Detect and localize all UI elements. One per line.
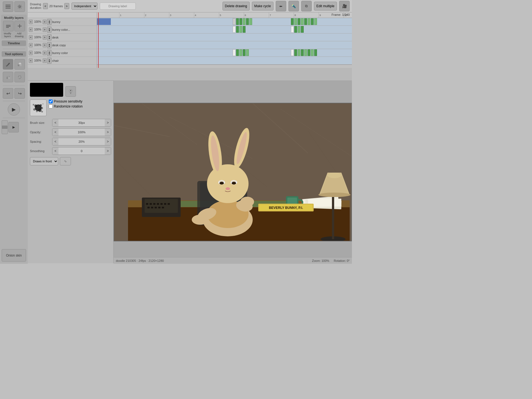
smoothing-inc[interactable]: > <box>105 147 111 155</box>
frame-row-desk-copy[interactable] <box>97 41 352 49</box>
chair-opacity-dec[interactable]: < <box>29 58 33 63</box>
randomize-rotation-checkbox[interactable] <box>49 104 53 108</box>
drawing-duration-group: Drawingduration: < 20 frames > <box>30 2 69 10</box>
chair-updown[interactable]: ▲▼ <box>47 58 52 64</box>
settings-button[interactable] <box>14 1 25 12</box>
svg-point-81 <box>318 193 351 197</box>
bc-green8 <box>304 49 307 56</box>
spacing-dec[interactable]: < <box>52 138 58 145</box>
timeline-area: < 100% > ▲▼ bunny < 100% > ▲▼ bunny colo… <box>28 12 352 68</box>
drawing-label-input[interactable] <box>100 2 136 10</box>
bc-frame2 <box>291 49 294 56</box>
bunny-updown[interactable]: ▲▼ <box>47 19 52 25</box>
bunny-color-opacity-dec[interactable]: < <box>29 51 33 55</box>
bunny-color2-opacity-inc[interactable]: > <box>43 27 47 32</box>
ruler-mark-7: 7 <box>269 12 271 18</box>
desk-updown[interactable]: ▲▼ <box>47 34 52 40</box>
menu-button[interactable] <box>3 1 13 12</box>
frame-row-bunny-color[interactable] <box>97 49 352 57</box>
ruler-mark-3: 3 <box>169 12 171 18</box>
smoothing-stepper: < 0 > <box>52 147 111 155</box>
opacity-inc[interactable]: > <box>105 129 111 136</box>
bcolor2-green4 <box>294 26 297 33</box>
svg-rect-11 <box>19 64 22 66</box>
bunny-green10 <box>304 18 307 25</box>
desk-opacity-inc[interactable]: > <box>43 35 47 40</box>
eraser-tool-btn[interactable] <box>14 59 25 70</box>
delete-drawing-btn[interactable]: Delete drawing <box>222 2 250 11</box>
desk-copy-updown[interactable]: ▲▼ <box>47 42 52 48</box>
duration-increase-btn[interactable]: > <box>64 3 69 9</box>
smoothing-dec[interactable]: < <box>52 147 58 155</box>
frame-row-chair[interactable] <box>97 57 352 65</box>
draws-in-front-select[interactable]: Draws in front Draws behind <box>30 157 58 165</box>
brush-tool-btn[interactable] <box>3 59 13 70</box>
desk-opacity-dec[interactable]: < <box>29 35 33 40</box>
frame-row-bunny[interactable] <box>97 18 352 26</box>
sidebar-top-row <box>1 1 26 12</box>
bunny-opacity-dec[interactable]: < <box>29 20 33 24</box>
scene-svg: BEVERLY BUNNY, P.I. <box>114 103 352 241</box>
play-btn[interactable]: ▶ <box>8 103 20 116</box>
wave-icon: ∿ <box>64 159 67 163</box>
opacity-dec[interactable]: < <box>52 129 58 136</box>
undo-btn[interactable]: ↩ <box>3 88 13 99</box>
frame-row-bunny-color2[interactable] <box>97 26 352 34</box>
desk-copy-opacity: 100% <box>33 44 42 47</box>
eyedropper-btn[interactable] <box>65 86 76 97</box>
layer-name-chair: chair <box>52 59 96 62</box>
bunny-color2-updown[interactable]: ▲▼ <box>47 27 52 33</box>
mode-select[interactable]: Independent Fixed <box>71 2 98 10</box>
svg-rect-67 <box>151 207 153 208</box>
opacity-row: Opacity: < 100% > <box>30 128 111 136</box>
mode-group: Independent Fixed <box>71 2 98 10</box>
bc-green6 <box>298 49 300 56</box>
svg-rect-64 <box>164 203 166 205</box>
bunny-green7 <box>294 18 297 25</box>
lasso-tool-btn[interactable] <box>14 72 25 82</box>
desk-copy-opacity-dec[interactable]: < <box>29 43 33 47</box>
edit-multiple-btn[interactable]: Edit multiple <box>314 2 337 11</box>
fill-tool-btn[interactable] <box>3 72 13 82</box>
vertical-slider[interactable] <box>2 120 8 134</box>
wave-btn[interactable]: ∿ <box>60 157 71 165</box>
left-sidebar: Modify layers Modify layers Add drawing <box>0 0 28 264</box>
bunny-opacity-inc[interactable]: > <box>43 20 47 24</box>
timeline-frames[interactable] <box>97 18 352 65</box>
svg-point-56 <box>240 197 254 207</box>
camera-btn[interactable]: 🎥 <box>339 1 350 11</box>
make-cycle-btn[interactable]: Make cycle <box>252 2 273 11</box>
bc-green4 <box>246 49 249 56</box>
chair-opacity-inc[interactable]: > <box>43 58 47 63</box>
timeline-frames-wrapper: 1 2 3 4 5 6 7 8 9 10 Frame: 1/240 <box>97 12 352 68</box>
frame-row-desk[interactable] <box>97 34 352 41</box>
desk-copy-opacity-inc[interactable]: > <box>43 43 47 47</box>
pressure-sensitivity-checkbox[interactable] <box>49 99 53 103</box>
slider-right-btn[interactable]: ▶ <box>8 122 19 132</box>
drawing-label-group <box>100 2 136 10</box>
bc-green7 <box>301 49 304 56</box>
undo-redo-row: ↩ ↪ <box>2 88 26 99</box>
bunny-color2-opacity-dec[interactable]: < <box>29 27 33 32</box>
spacing-inc[interactable]: > <box>105 138 111 145</box>
brush-size-dec[interactable]: < <box>52 119 58 126</box>
color-preview[interactable] <box>30 83 63 97</box>
brush-size-inc[interactable]: > <box>105 119 111 126</box>
svg-rect-61 <box>153 203 155 205</box>
duration-decrease-btn[interactable]: < <box>43 3 48 9</box>
redo-btn[interactable]: ↪ <box>14 88 25 99</box>
bunny-green3 <box>243 18 245 25</box>
bcolor2-green3 <box>243 26 245 33</box>
toolbar: Drawingduration: < 20 frames > Independe… <box>28 0 352 12</box>
bunny-color-opacity-inc[interactable]: > <box>43 51 47 55</box>
lamp-btn[interactable]: 🔦 <box>288 1 299 11</box>
bc-green2 <box>239 49 242 56</box>
bunny-color-updown[interactable]: ▲▼ <box>47 50 52 56</box>
slider-row: ▶ <box>2 120 26 134</box>
divider1 <box>3 49 25 49</box>
add-drawing-btn[interactable] <box>14 21 25 31</box>
back-btn[interactable]: ⬅ <box>276 1 286 11</box>
copy-btn[interactable]: ⧉ <box>301 1 312 11</box>
modify-layers-btn1[interactable] <box>3 21 14 31</box>
onion-skin-btn[interactable]: Onion skin <box>2 249 26 262</box>
